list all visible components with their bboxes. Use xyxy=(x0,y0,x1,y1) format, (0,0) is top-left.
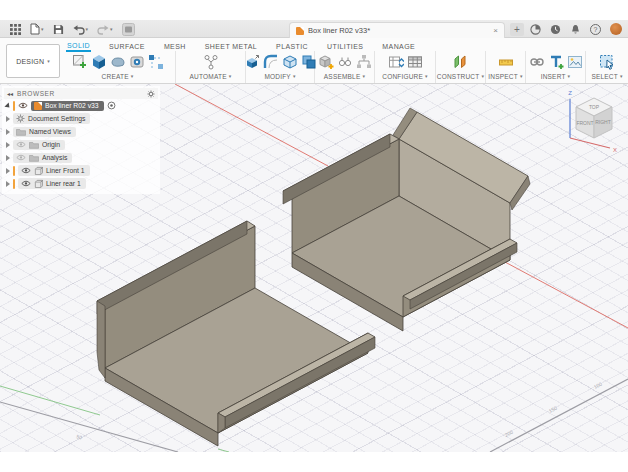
viewcube-top-label: TOP xyxy=(589,104,600,110)
group-construct: CONSTRUCT▾ xyxy=(436,51,486,83)
group-label-construct[interactable]: CONSTRUCT▾ xyxy=(437,73,484,80)
group-automate: AUTOMATE▾ xyxy=(176,51,246,83)
visibility-eye-icon[interactable] xyxy=(16,154,26,161)
tab-solid[interactable]: SOLID xyxy=(66,40,91,52)
form-icon[interactable] xyxy=(110,54,126,70)
viewcube-right-label: RIGHT xyxy=(595,119,611,125)
visibility-eye-icon[interactable] xyxy=(16,141,26,148)
browser-root-row[interactable]: Box liner R02 v33 xyxy=(4,99,158,112)
browser-item-liner-front[interactable]: Liner Front 1 xyxy=(4,164,158,177)
data-panel-icon[interactable] xyxy=(10,24,21,35)
expand-triangle-icon[interactable] xyxy=(6,116,10,122)
group-label-inspect[interactable]: INSPECT▾ xyxy=(488,73,522,80)
group-label-modify[interactable]: MODIFY▾ xyxy=(264,73,295,80)
configure-icon[interactable] xyxy=(388,54,404,70)
group-insert: INSERT▾ xyxy=(526,51,586,83)
fillet-icon[interactable] xyxy=(263,54,279,70)
undo-button[interactable]: ▾ xyxy=(73,24,89,35)
group-modify: MODIFY▾ xyxy=(246,51,315,83)
select-icon[interactable] xyxy=(599,54,615,70)
settings-gear-icon xyxy=(16,114,25,123)
notifications-bell-icon[interactable] xyxy=(570,24,581,35)
configuration-table-icon[interactable] xyxy=(407,54,423,70)
tab-plastic[interactable]: PLASTIC xyxy=(275,41,309,51)
visibility-eye-icon[interactable] xyxy=(21,167,31,174)
root-component-label: Box liner R02 v33 xyxy=(45,102,99,109)
user-avatar[interactable] xyxy=(610,23,622,35)
tab-surface[interactable]: SURFACE xyxy=(108,41,146,51)
automate-script-icon[interactable] xyxy=(203,54,219,70)
quick-access-toolbar: ▾ ▾ ▾ xyxy=(10,20,135,38)
collapse-panel-icon[interactable]: ◂◂ xyxy=(7,90,13,97)
expand-triangle-icon[interactable] xyxy=(6,168,10,174)
group-label-create[interactable]: CREATE▾ xyxy=(102,73,134,80)
caret-icon: ▾ xyxy=(110,27,113,32)
tab-mesh[interactable]: MESH xyxy=(163,41,187,51)
group-label-assemble[interactable]: ASSEMBLE▾ xyxy=(324,73,365,80)
pattern-icon[interactable] xyxy=(148,54,164,70)
expand-triangle-icon[interactable] xyxy=(6,181,10,187)
browser-item-liner-rear[interactable]: Liner rear 1 xyxy=(4,177,158,190)
help-icon[interactable]: ? xyxy=(590,24,601,35)
close-tab-icon[interactable]: × xyxy=(493,27,498,35)
history-clock-icon[interactable] xyxy=(550,24,561,35)
activate-radio-icon[interactable] xyxy=(107,101,116,110)
part-liner-rear[interactable] xyxy=(283,108,530,331)
tab-sheet-metal[interactable]: SHEET METAL xyxy=(204,41,258,51)
extrude-icon[interactable] xyxy=(91,54,107,70)
redo-button[interactable]: ▾ xyxy=(97,24,113,35)
save-icon[interactable] xyxy=(53,24,64,35)
fusion360-window: ▾ ▾ ▾ Box liner R02 v33* × + ? xyxy=(0,0,628,472)
root-component-item[interactable]: Box liner R02 v33 xyxy=(31,101,104,111)
canvas-image-icon[interactable] xyxy=(567,54,583,70)
visibility-eye-icon[interactable] xyxy=(18,102,28,109)
front-left-wall-end xyxy=(97,301,105,378)
expand-triangle-icon[interactable] xyxy=(6,129,10,135)
new-component-icon[interactable] xyxy=(318,54,334,70)
model-viewport[interactable]: 100 150 200 50 xyxy=(0,84,628,452)
workspace-selector[interactable]: DESIGN ▾ xyxy=(6,44,60,78)
job-status-icon[interactable] xyxy=(530,24,541,35)
expand-triangle-icon[interactable] xyxy=(6,142,10,148)
new-tab-button[interactable]: + xyxy=(510,23,524,36)
expand-triangle-icon[interactable] xyxy=(6,155,10,161)
press-pull-icon[interactable] xyxy=(244,54,260,70)
derive-icon[interactable] xyxy=(548,54,564,70)
tab-manage[interactable]: MANAGE xyxy=(381,41,416,51)
group-assemble: ASSEMBLE▾ xyxy=(315,51,375,83)
item-label: Liner rear 1 xyxy=(46,180,81,187)
shell-icon[interactable] xyxy=(282,54,298,70)
browser-item-document-settings[interactable]: Document Settings xyxy=(4,112,158,125)
browser-title: BROWSER xyxy=(17,90,147,97)
browser-item-origin[interactable]: Origin xyxy=(4,138,158,151)
browser-item-named-views[interactable]: Named Views xyxy=(4,125,158,138)
caret-icon: ▾ xyxy=(86,27,89,32)
document-tab[interactable]: Box liner R02 v33* × xyxy=(289,22,505,38)
file-icon xyxy=(30,23,40,35)
measure-icon[interactable] xyxy=(498,54,514,70)
component-tree-icon[interactable] xyxy=(356,54,372,70)
group-label-insert[interactable]: INSERT▾ xyxy=(541,73,571,80)
create-sketch-icon[interactable] xyxy=(72,54,88,70)
expand-triangle-icon[interactable] xyxy=(4,102,11,109)
file-menu-button[interactable]: ▾ xyxy=(30,23,44,35)
construction-plane-icon[interactable] xyxy=(453,54,469,70)
browser-item-analysis[interactable]: Analysis xyxy=(4,151,158,164)
joint-icon[interactable] xyxy=(337,54,353,70)
caret-icon: ▾ xyxy=(47,59,50,64)
document-tab-label: Box liner R02 v33* xyxy=(308,26,489,35)
browser-settings-gear-icon[interactable] xyxy=(147,90,155,98)
group-inspect: INSPECT▾ xyxy=(486,51,526,83)
edit-marker xyxy=(13,179,15,189)
insert-link-icon[interactable] xyxy=(529,54,545,70)
revolve-icon[interactable] xyxy=(129,54,145,70)
visibility-eye-icon[interactable] xyxy=(21,180,31,187)
group-label-select[interactable]: SELECT▾ xyxy=(591,73,622,80)
view-cube[interactable]: Z X TOP FRONT RIGHT xyxy=(556,86,624,154)
group-label-automate[interactable]: AUTOMATE▾ xyxy=(190,73,232,80)
extensions-icon[interactable] xyxy=(122,23,135,36)
group-label-configure[interactable]: CONFIGURE▾ xyxy=(382,73,428,80)
tab-utilities[interactable]: UTILITIES xyxy=(326,41,364,51)
active-edit-marker xyxy=(13,101,15,111)
group-configure: CONFIGURE▾ xyxy=(375,51,436,83)
